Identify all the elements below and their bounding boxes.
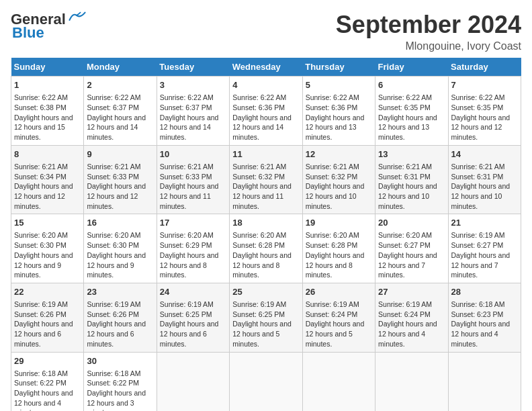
day-number: 23 [87, 286, 153, 298]
day-info: Sunrise: 6:20 AMSunset: 6:27 PMDaylight … [378, 230, 445, 279]
calendar-cell: 8Sunrise: 6:21 AMSunset: 6:34 PMDaylight… [11, 145, 84, 214]
logo: General Blue [11, 11, 86, 42]
day-info: Sunrise: 6:19 AMSunset: 6:27 PMDaylight … [451, 230, 518, 279]
day-number: 12 [306, 148, 372, 161]
day-number: 18 [232, 217, 299, 229]
day-number: 11 [232, 148, 299, 161]
calendar-cell: 19Sunrise: 6:20 AMSunset: 6:28 PMDayligh… [302, 214, 375, 283]
day-info: Sunrise: 6:20 AMSunset: 6:30 PMDaylight … [87, 230, 153, 279]
calendar-cell: 11Sunrise: 6:21 AMSunset: 6:32 PMDayligh… [230, 145, 302, 214]
day-number: 24 [160, 286, 226, 298]
day-info: Sunrise: 6:19 AMSunset: 6:24 PMDaylight … [378, 300, 445, 349]
day-number: 2 [87, 79, 153, 91]
calendar-cell: 28Sunrise: 6:18 AMSunset: 6:23 PMDayligh… [448, 283, 521, 352]
day-number: 8 [14, 148, 81, 161]
calendar-cell [157, 352, 229, 411]
day-info: Sunrise: 6:19 AMSunset: 6:25 PMDaylight … [232, 300, 299, 349]
calendar-cell: 23Sunrise: 6:19 AMSunset: 6:26 PMDayligh… [84, 283, 157, 352]
day-number: 21 [451, 217, 518, 229]
calendar-cell: 18Sunrise: 6:20 AMSunset: 6:28 PMDayligh… [230, 214, 302, 283]
calendar-cell: 22Sunrise: 6:19 AMSunset: 6:26 PMDayligh… [11, 283, 84, 352]
calendar-cell: 17Sunrise: 6:20 AMSunset: 6:29 PMDayligh… [157, 214, 229, 283]
page-header: General Blue September 2024 Mlongouine, … [11, 11, 521, 52]
day-number: 10 [160, 148, 226, 161]
calendar-cell: 27Sunrise: 6:19 AMSunset: 6:24 PMDayligh… [375, 283, 448, 352]
day-number: 4 [232, 79, 299, 91]
day-number: 5 [306, 79, 372, 91]
day-info: Sunrise: 6:22 AMSunset: 6:37 PMDaylight … [160, 93, 226, 142]
calendar-cell: 3Sunrise: 6:22 AMSunset: 6:37 PMDaylight… [157, 77, 229, 146]
day-number: 13 [378, 148, 445, 161]
day-number: 27 [378, 286, 445, 298]
day-info: Sunrise: 6:21 AMSunset: 6:33 PMDaylight … [160, 162, 226, 211]
day-number: 16 [87, 217, 153, 229]
calendar-week-row: 8Sunrise: 6:21 AMSunset: 6:34 PMDaylight… [11, 145, 521, 214]
calendar-cell: 12Sunrise: 6:21 AMSunset: 6:32 PMDayligh… [302, 145, 375, 214]
calendar-cell: 2Sunrise: 6:22 AMSunset: 6:37 PMDaylight… [84, 77, 157, 146]
day-number: 17 [160, 217, 226, 229]
day-info: Sunrise: 6:18 AMSunset: 6:22 PMDaylight … [14, 369, 81, 411]
day-info: Sunrise: 6:18 AMSunset: 6:22 PMDaylight … [87, 369, 153, 411]
calendar-cell: 25Sunrise: 6:19 AMSunset: 6:25 PMDayligh… [230, 283, 302, 352]
calendar-cell: 5Sunrise: 6:22 AMSunset: 6:36 PMDaylight… [302, 77, 375, 146]
day-info: Sunrise: 6:22 AMSunset: 6:36 PMDaylight … [306, 93, 372, 142]
title-area: September 2024 Mlongouine, Ivory Coast [336, 11, 521, 52]
day-info: Sunrise: 6:22 AMSunset: 6:37 PMDaylight … [87, 93, 153, 142]
calendar-cell: 7Sunrise: 6:22 AMSunset: 6:35 PMDaylight… [448, 77, 521, 146]
calendar-cell: 4Sunrise: 6:22 AMSunset: 6:36 PMDaylight… [230, 77, 302, 146]
day-number: 1 [14, 79, 81, 91]
calendar-cell: 15Sunrise: 6:20 AMSunset: 6:30 PMDayligh… [11, 214, 84, 283]
calendar-cell [375, 352, 448, 411]
col-header-wednesday: Wednesday [230, 58, 302, 77]
calendar-cell: 30Sunrise: 6:18 AMSunset: 6:22 PMDayligh… [84, 352, 157, 411]
col-header-monday: Monday [84, 58, 157, 77]
col-header-saturday: Saturday [448, 58, 521, 77]
calendar-header-row: SundayMondayTuesdayWednesdayThursdayFrid… [11, 58, 521, 77]
day-info: Sunrise: 6:19 AMSunset: 6:26 PMDaylight … [14, 300, 81, 349]
calendar-cell: 14Sunrise: 6:21 AMSunset: 6:31 PMDayligh… [448, 145, 521, 214]
day-info: Sunrise: 6:19 AMSunset: 6:25 PMDaylight … [160, 300, 226, 349]
logo-bird-icon [67, 11, 86, 23]
location-subtitle: Mlongouine, Ivory Coast [336, 40, 521, 52]
day-info: Sunrise: 6:22 AMSunset: 6:38 PMDaylight … [14, 93, 81, 142]
col-header-tuesday: Tuesday [157, 58, 229, 77]
day-info: Sunrise: 6:22 AMSunset: 6:36 PMDaylight … [232, 93, 299, 142]
day-number: 9 [87, 148, 153, 161]
day-info: Sunrise: 6:21 AMSunset: 6:31 PMDaylight … [451, 162, 518, 211]
day-number: 30 [87, 355, 153, 367]
calendar-cell: 20Sunrise: 6:20 AMSunset: 6:27 PMDayligh… [375, 214, 448, 283]
day-info: Sunrise: 6:22 AMSunset: 6:35 PMDaylight … [378, 93, 445, 142]
calendar-week-row: 15Sunrise: 6:20 AMSunset: 6:30 PMDayligh… [11, 214, 521, 283]
day-number: 25 [232, 286, 299, 298]
calendar-week-row: 1Sunrise: 6:22 AMSunset: 6:38 PMDaylight… [11, 77, 521, 146]
calendar-cell: 6Sunrise: 6:22 AMSunset: 6:35 PMDaylight… [375, 77, 448, 146]
calendar-week-row: 22Sunrise: 6:19 AMSunset: 6:26 PMDayligh… [11, 283, 521, 352]
calendar-cell: 29Sunrise: 6:18 AMSunset: 6:22 PMDayligh… [11, 352, 84, 411]
day-info: Sunrise: 6:21 AMSunset: 6:32 PMDaylight … [306, 162, 372, 211]
day-info: Sunrise: 6:18 AMSunset: 6:23 PMDaylight … [451, 300, 518, 349]
day-number: 22 [14, 286, 81, 298]
day-number: 26 [306, 286, 372, 298]
day-number: 7 [451, 79, 518, 91]
calendar-table: SundayMondayTuesdayWednesdayThursdayFrid… [11, 58, 521, 411]
day-number: 28 [451, 286, 518, 298]
day-info: Sunrise: 6:20 AMSunset: 6:30 PMDaylight … [14, 230, 81, 279]
day-info: Sunrise: 6:20 AMSunset: 6:28 PMDaylight … [306, 230, 372, 279]
day-number: 6 [378, 79, 445, 91]
calendar-cell: 10Sunrise: 6:21 AMSunset: 6:33 PMDayligh… [157, 145, 229, 214]
day-number: 29 [14, 355, 81, 367]
logo-blue: Blue [12, 24, 44, 42]
calendar-cell: 26Sunrise: 6:19 AMSunset: 6:24 PMDayligh… [302, 283, 375, 352]
month-title: September 2024 [336, 11, 521, 39]
day-info: Sunrise: 6:19 AMSunset: 6:24 PMDaylight … [306, 300, 372, 349]
col-header-friday: Friday [375, 58, 448, 77]
calendar-cell: 13Sunrise: 6:21 AMSunset: 6:31 PMDayligh… [375, 145, 448, 214]
day-info: Sunrise: 6:21 AMSunset: 6:31 PMDaylight … [378, 162, 445, 211]
day-info: Sunrise: 6:19 AMSunset: 6:26 PMDaylight … [87, 300, 153, 349]
day-info: Sunrise: 6:21 AMSunset: 6:34 PMDaylight … [14, 162, 81, 211]
calendar-cell [448, 352, 521, 411]
day-number: 15 [14, 217, 81, 229]
day-info: Sunrise: 6:20 AMSunset: 6:28 PMDaylight … [232, 230, 299, 279]
day-number: 19 [306, 217, 372, 229]
calendar-cell: 21Sunrise: 6:19 AMSunset: 6:27 PMDayligh… [448, 214, 521, 283]
